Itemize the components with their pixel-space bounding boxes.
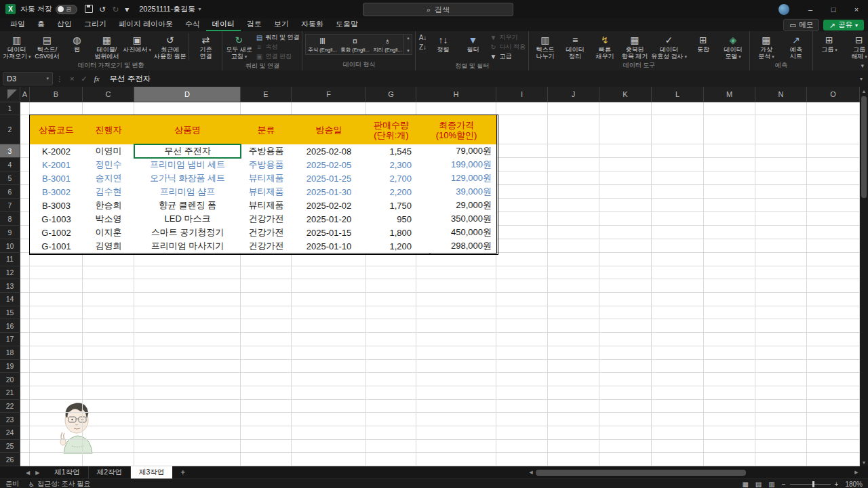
data-cleanup-button[interactable]: ≡데이터 정리 (560, 33, 590, 60)
vertical-scrollbar[interactable]: ▲ ▼ (860, 87, 868, 466)
row-header-11[interactable]: 11 (0, 253, 20, 266)
row-header-16[interactable]: 16 (0, 319, 20, 333)
column-header-B[interactable]: B (30, 87, 83, 102)
table-cell[interactable]: G-1003 (30, 212, 83, 226)
column-header-E[interactable]: E (241, 87, 292, 102)
horizontal-scroll-thumb[interactable] (536, 470, 746, 476)
prev-sheet-button[interactable]: ◀ (26, 470, 30, 476)
queries-connections-button[interactable]: ▤쿼리 및 연결 (255, 33, 299, 42)
row-header-9[interactable]: 9 (0, 226, 20, 239)
row-header-4[interactable]: 4 (0, 158, 20, 171)
new-sheet-button[interactable]: + (172, 468, 193, 477)
ribbon-tab-insert[interactable]: 삽입 (51, 18, 78, 31)
comments-button[interactable]: ▭ 메모 (783, 19, 819, 31)
row-header-12[interactable]: 12 (0, 266, 20, 280)
ribbon-tab-view[interactable]: 보기 (268, 18, 295, 31)
table-cell[interactable]: 2025-01-30 (292, 185, 367, 199)
normal-view-button[interactable]: ▦ (742, 481, 748, 488)
stocks-data-type[interactable]: Ⅲ주식 (Engli... (306, 35, 338, 54)
maximize-button[interactable]: □ (822, 0, 845, 18)
ribbon-tab-draw[interactable]: 그리기 (78, 18, 113, 31)
search-box[interactable]: ⌕ 검색 (363, 3, 513, 16)
row-header-19[interactable]: 19 (0, 360, 20, 373)
row-header-8[interactable]: 8 (0, 212, 20, 226)
row-header-13[interactable]: 13 (0, 279, 20, 293)
formula-input[interactable]: 무선 주전자 (103, 74, 860, 84)
table-cell[interactable]: 송지연 (83, 171, 135, 186)
ribbon-tab-help[interactable]: 도움말 (330, 18, 364, 31)
row-header-26[interactable]: 26 (0, 453, 20, 466)
table-cell[interactable]: 2025-02-05 (292, 158, 367, 172)
column-header-O[interactable]: O (807, 87, 860, 102)
table-cell[interactable]: 199,000원 (416, 158, 497, 172)
formula-bar-expand-icon[interactable]: ▾ (860, 76, 868, 82)
row-header-21[interactable]: 21 (0, 386, 20, 400)
zoom-in-button[interactable]: + (835, 481, 839, 488)
ribbon-tab-formulas[interactable]: 수식 (179, 18, 206, 31)
table-cell[interactable]: 1,750 (366, 199, 417, 213)
row-header-1[interactable]: 1 (0, 102, 20, 115)
profile-avatar[interactable] (778, 4, 789, 15)
formula-bar-handle-icon[interactable]: ⋮ (53, 75, 66, 83)
redo-button[interactable]: ↻ (112, 5, 119, 14)
ribbon-tab-automate[interactable]: 자동화 (295, 18, 330, 31)
currencies-data-type[interactable]: ¤통화 (Engli... (338, 35, 371, 54)
table-cell[interactable]: 298,000원 (416, 239, 497, 253)
clear-filter-button[interactable]: ▼지우기 (489, 33, 526, 42)
sort-descending-button[interactable]: Z↓ (418, 43, 427, 52)
table-cell[interactable]: 이영미 (83, 144, 135, 159)
table-cell[interactable]: 무선 주전자 (134, 144, 241, 159)
table-cell[interactable]: 스마트 공기청정기 (134, 226, 241, 240)
ribbon-tab-home[interactable]: 홈 (31, 18, 51, 31)
scroll-right-icon[interactable]: ▶ (853, 470, 860, 475)
table-cell[interactable]: 오가닉 화장품 세트 (134, 171, 241, 186)
advanced-filter-button[interactable]: ▼고급 (489, 52, 526, 61)
table-cell[interactable]: B-3002 (30, 185, 83, 199)
qat-customize-button[interactable]: ▾ (125, 5, 129, 14)
column-header-A[interactable]: A (20, 87, 30, 102)
table-cell[interactable]: 박소영 (83, 212, 135, 226)
from-table-range-button[interactable]: ▦테이블/ 범위에서 (92, 33, 121, 60)
table-cell[interactable]: 향균 클렌징 폼 (134, 199, 241, 213)
table-cell[interactable]: 2025-02-08 (292, 144, 367, 159)
table-cell[interactable]: 2025-01-25 (292, 171, 367, 186)
select-all-button[interactable] (0, 87, 20, 102)
minimize-button[interactable]: – (799, 0, 822, 18)
next-sheet-button[interactable]: ▶ (35, 470, 39, 476)
table-cell[interactable]: 129,000원 (416, 171, 497, 186)
group-button[interactable]: ⊞그룹 ▾ (814, 33, 844, 54)
table-cell[interactable]: 건강가전 (241, 239, 292, 253)
horizontal-scrollbar[interactable]: ◀ ▶ (528, 468, 860, 477)
row-header-24[interactable]: 24 (0, 426, 20, 440)
table-cell[interactable]: 29,000원 (416, 199, 497, 213)
table-cell[interactable]: 39,000원 (416, 185, 497, 199)
table-cell[interactable]: 2025-02-02 (292, 199, 367, 213)
what-if-analysis-button[interactable]: ▦가상 분석 ▾ (751, 33, 781, 61)
table-cell[interactable]: 2025-01-20 (292, 212, 367, 226)
table-cell[interactable]: 프리미엄 냄비 세트 (134, 158, 241, 172)
row-header-2[interactable]: 2 (0, 115, 20, 144)
data-model-button[interactable]: ◈데이터 모델 ▾ (718, 33, 748, 61)
cancel-button[interactable]: × (66, 75, 77, 83)
recent-sources-button[interactable]: ↺최근에 사용한 원본 (153, 33, 188, 60)
ribbon-collapse-icon[interactable]: ▾ (861, 62, 864, 69)
table-cell[interactable]: 프리미엄 샴프 (134, 185, 241, 199)
table-cell[interactable]: 김영희 (83, 239, 135, 253)
sheet-tab-work3[interactable]: 제3작업 (131, 466, 172, 479)
table-cell[interactable]: 김수현 (83, 185, 135, 199)
insert-function-button[interactable]: fx (91, 75, 103, 83)
autosave-toggle[interactable]: 자동 저장 끔 (20, 4, 77, 14)
sort-button[interactable]: ↑↓정렬 (428, 33, 458, 54)
table-cell[interactable]: 정민수 (83, 158, 135, 172)
filter-button[interactable]: ▼필터 (458, 33, 488, 54)
table-cell[interactable]: 1,545 (366, 144, 417, 159)
column-header-H[interactable]: H (416, 87, 496, 102)
undo-button[interactable]: ↺ (99, 5, 106, 14)
ungroup-button[interactable]: ⊟그룹 해제 ▾ (844, 33, 868, 61)
ribbon-tab-page-layout[interactable]: 페이지 레이아웃 (113, 18, 179, 31)
row-header-18[interactable]: 18 (0, 346, 20, 360)
table-cell[interactable]: 건강가전 (241, 212, 292, 226)
scroll-up-icon[interactable]: ▲ (862, 87, 867, 95)
table-cell[interactable]: 350,000원 (416, 212, 497, 226)
table-cell[interactable]: 2025-01-15 (292, 226, 367, 240)
